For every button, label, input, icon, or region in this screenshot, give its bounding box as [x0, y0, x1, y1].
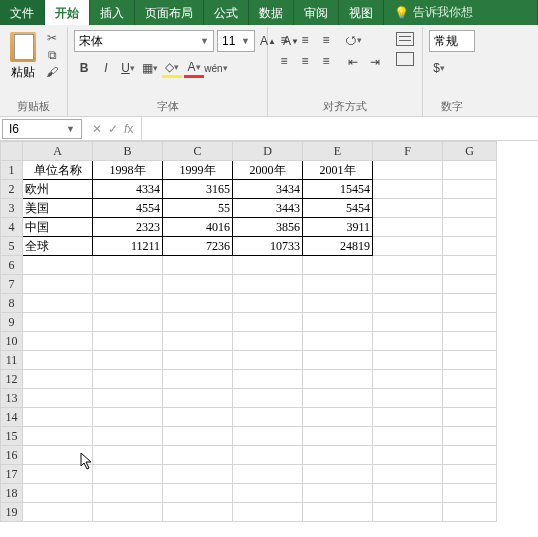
font-size-select[interactable]: 11▼: [217, 30, 255, 52]
cell[interactable]: [163, 408, 233, 427]
cell[interactable]: [303, 351, 373, 370]
cell[interactable]: [373, 408, 443, 427]
cell[interactable]: [233, 294, 303, 313]
cell[interactable]: 10733: [233, 237, 303, 256]
cell[interactable]: [163, 389, 233, 408]
orientation-button[interactable]: ⭯▾: [343, 30, 363, 50]
cell[interactable]: [443, 256, 497, 275]
cell[interactable]: [163, 503, 233, 522]
cell[interactable]: [443, 294, 497, 313]
cell[interactable]: [373, 256, 443, 275]
cell[interactable]: [23, 446, 93, 465]
cell[interactable]: [163, 275, 233, 294]
row-header[interactable]: 14: [1, 408, 23, 427]
cell[interactable]: [303, 294, 373, 313]
align-top-button[interactable]: ≡: [274, 30, 294, 50]
tab-home[interactable]: 开始: [45, 0, 90, 25]
cell[interactable]: [303, 427, 373, 446]
enter-formula-button[interactable]: ✓: [108, 122, 118, 136]
tab-formula[interactable]: 公式: [204, 0, 249, 25]
cell[interactable]: [443, 446, 497, 465]
cell[interactable]: [163, 351, 233, 370]
cell[interactable]: [23, 389, 93, 408]
cell[interactable]: [443, 313, 497, 332]
phonetic-button[interactable]: wén▾: [206, 58, 226, 78]
cell[interactable]: [23, 351, 93, 370]
select-all-corner[interactable]: [1, 142, 23, 161]
cell[interactable]: 4334: [93, 180, 163, 199]
row-header[interactable]: 16: [1, 446, 23, 465]
cell[interactable]: [93, 446, 163, 465]
font-name-select[interactable]: 宋体▼: [74, 30, 214, 52]
cell[interactable]: [163, 256, 233, 275]
cell[interactable]: [23, 408, 93, 427]
cell[interactable]: [443, 370, 497, 389]
cell[interactable]: 4016: [163, 218, 233, 237]
cell[interactable]: [303, 275, 373, 294]
row-header[interactable]: 5: [1, 237, 23, 256]
cell[interactable]: [373, 275, 443, 294]
cell[interactable]: [373, 313, 443, 332]
tab-review[interactable]: 审阅: [294, 0, 339, 25]
cell[interactable]: [163, 465, 233, 484]
cell[interactable]: [23, 275, 93, 294]
cell[interactable]: [163, 446, 233, 465]
cell[interactable]: [373, 446, 443, 465]
border-button[interactable]: ▦▾: [140, 58, 160, 78]
cell[interactable]: [233, 275, 303, 294]
cell[interactable]: [93, 313, 163, 332]
cell[interactable]: 55: [163, 199, 233, 218]
cell[interactable]: 4554: [93, 199, 163, 218]
cell[interactable]: [93, 427, 163, 446]
copy-button[interactable]: ⧉: [43, 47, 61, 63]
row-header[interactable]: 11: [1, 351, 23, 370]
cell[interactable]: 2000年: [233, 161, 303, 180]
cell[interactable]: 7236: [163, 237, 233, 256]
col-header[interactable]: D: [233, 142, 303, 161]
row-header[interactable]: 6: [1, 256, 23, 275]
cell[interactable]: [443, 332, 497, 351]
paste-button[interactable]: 粘贴: [6, 30, 40, 83]
cell[interactable]: [23, 256, 93, 275]
cell[interactable]: [163, 294, 233, 313]
cell[interactable]: [23, 465, 93, 484]
cell[interactable]: [303, 332, 373, 351]
italic-button[interactable]: I: [96, 58, 116, 78]
cell[interactable]: [443, 465, 497, 484]
cell[interactable]: [303, 408, 373, 427]
cell[interactable]: [93, 332, 163, 351]
cell[interactable]: [373, 161, 443, 180]
cell[interactable]: 单位名称: [23, 161, 93, 180]
cell[interactable]: 中国: [23, 218, 93, 237]
number-format-select[interactable]: 常规: [429, 30, 475, 52]
cell[interactable]: 3165: [163, 180, 233, 199]
merge-button[interactable]: [394, 50, 416, 68]
decrease-indent-button[interactable]: ⇤: [343, 52, 363, 72]
cell[interactable]: [443, 180, 497, 199]
cell[interactable]: 美国: [23, 199, 93, 218]
cell[interactable]: [163, 313, 233, 332]
cell[interactable]: [233, 503, 303, 522]
cell[interactable]: 3434: [233, 180, 303, 199]
cell[interactable]: [373, 465, 443, 484]
fill-color-button[interactable]: ◇▾: [162, 58, 182, 78]
tab-data[interactable]: 数据: [249, 0, 294, 25]
cell[interactable]: [93, 351, 163, 370]
col-header[interactable]: G: [443, 142, 497, 161]
cell[interactable]: [443, 161, 497, 180]
cell[interactable]: [93, 389, 163, 408]
cell[interactable]: 1998年: [93, 161, 163, 180]
cell[interactable]: 3856: [233, 218, 303, 237]
cell[interactable]: [93, 484, 163, 503]
cell[interactable]: [373, 503, 443, 522]
name-box[interactable]: I6▼: [2, 119, 82, 139]
cell[interactable]: [443, 237, 497, 256]
tab-tellme[interactable]: 💡告诉我你想: [384, 0, 538, 25]
cell[interactable]: [303, 256, 373, 275]
row-header[interactable]: 2: [1, 180, 23, 199]
cell[interactable]: [233, 408, 303, 427]
cell[interactable]: 11211: [93, 237, 163, 256]
cell[interactable]: [93, 408, 163, 427]
col-header[interactable]: C: [163, 142, 233, 161]
align-right-button[interactable]: ≡: [316, 51, 336, 71]
